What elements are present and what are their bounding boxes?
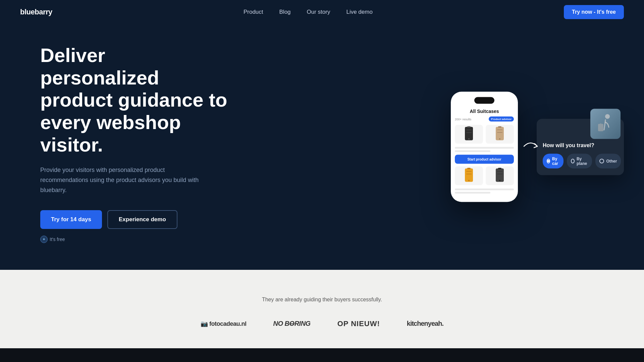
hero-content: Deliver personalized product guidance to… (40, 44, 228, 243)
svg-rect-13 (466, 174, 472, 175)
nav-links: Product Blog Our story Live demo (244, 9, 373, 15)
nav-product[interactable]: Product (244, 9, 263, 15)
quiz-image (590, 109, 621, 139)
free-icon: ✦ (40, 236, 48, 243)
nav-our-story[interactable]: Our story (307, 9, 330, 15)
svg-rect-17 (497, 171, 502, 172)
svg-point-19 (499, 180, 500, 181)
phone-product-1 (455, 125, 483, 144)
phone-badge: Product advisor (489, 117, 514, 122)
phone-lines-2 (455, 189, 514, 194)
hero-subtitle: Provide your visitors with personalized … (40, 165, 201, 195)
hero-section: Deliver personalized product guidance to… (0, 24, 644, 270)
phone-notch (474, 97, 494, 104)
phone-count: 200+ results (455, 117, 471, 121)
quiz-option-other[interactable]: Other (595, 154, 621, 168)
hero-title: Deliver personalized product guidance to… (40, 44, 228, 156)
quiz-option-by-car-label: By car (552, 156, 559, 166)
svg-point-4 (468, 138, 470, 140)
lower-subtitle: They are already guiding their buyers su… (20, 297, 624, 303)
phone-grid-top (455, 125, 514, 144)
hero-buttons: Try for 14 days Experience demo (40, 210, 228, 229)
logo-op-nieuw: OP NIEUW! (337, 319, 380, 328)
svg-rect-12 (466, 171, 472, 172)
quiz-option-by-plane-label: By plane (577, 156, 588, 166)
svg-rect-2 (466, 130, 472, 130)
svg-rect-7 (497, 130, 502, 130)
svg-rect-6 (498, 126, 501, 128)
phone-lines-1 (455, 147, 514, 152)
nav-cta-button[interactable]: Try now - It's free (564, 5, 624, 19)
phone-product-2 (486, 125, 514, 144)
svg-point-9 (499, 138, 500, 140)
quiz-options: By car By plane Other (543, 154, 618, 168)
quiz-option-other-label: Other (606, 159, 617, 163)
phone-mockup: All Suitcases 200+ results Product advis… (451, 92, 518, 202)
nav-blog[interactable]: Blog (279, 9, 291, 15)
phone-title: All Suitcases (455, 109, 514, 114)
phone-grid-bottom (455, 167, 514, 185)
phone-product-3 (455, 167, 483, 185)
svg-rect-11 (467, 168, 471, 169)
hero-note: ✦ It's free (40, 236, 228, 243)
nav-live-demo[interactable]: Live demo (346, 9, 372, 15)
svg-rect-21 (598, 124, 603, 131)
hero-visual: All Suitcases 200+ results Product advis… (451, 92, 624, 202)
phone-meta: 200+ results Product advisor (455, 117, 514, 122)
svg-rect-3 (466, 132, 472, 133)
svg-rect-16 (498, 168, 501, 169)
logos-row: 📷 fotocadeau.nl NO BORING OP NIEUW! kitc… (20, 319, 624, 328)
quiz-option-by-car[interactable]: By car (543, 154, 564, 168)
quiz-card: How will you travel? By car By plane Oth… (537, 119, 624, 175)
arrow-indicator (521, 136, 541, 158)
radio-by-car (547, 159, 550, 163)
lower-section: They are already guiding their buyers su… (0, 270, 644, 348)
svg-point-20 (605, 114, 610, 119)
logo: bluebarry (20, 8, 52, 16)
phone-product-4 (486, 167, 514, 185)
hero-note-text: It's free (50, 237, 65, 242)
quiz-option-by-plane[interactable]: By plane (567, 154, 592, 168)
logo-no-boring: NO BORING (273, 320, 311, 327)
fotocadeau-icon: 📷 (201, 320, 208, 327)
logo-kitchenyeah: kitchenyeah. (407, 320, 443, 327)
svg-rect-1 (467, 126, 471, 128)
navbar: bluebarry Product Blog Our story Live de… (0, 0, 644, 24)
svg-point-14 (468, 180, 470, 181)
try-for-14-days-button[interactable]: Try for 14 days (40, 210, 102, 229)
radio-by-plane (571, 159, 575, 163)
phone-cta[interactable]: Start product advisor (455, 155, 514, 164)
experience-demo-button[interactable]: Experience demo (107, 210, 177, 229)
quiz-question: How will you travel? (543, 142, 618, 148)
svg-rect-18 (497, 174, 502, 175)
logo-fotocadeau: 📷 fotocadeau.nl (201, 320, 247, 327)
svg-rect-8 (497, 132, 502, 133)
radio-other (599, 159, 604, 163)
